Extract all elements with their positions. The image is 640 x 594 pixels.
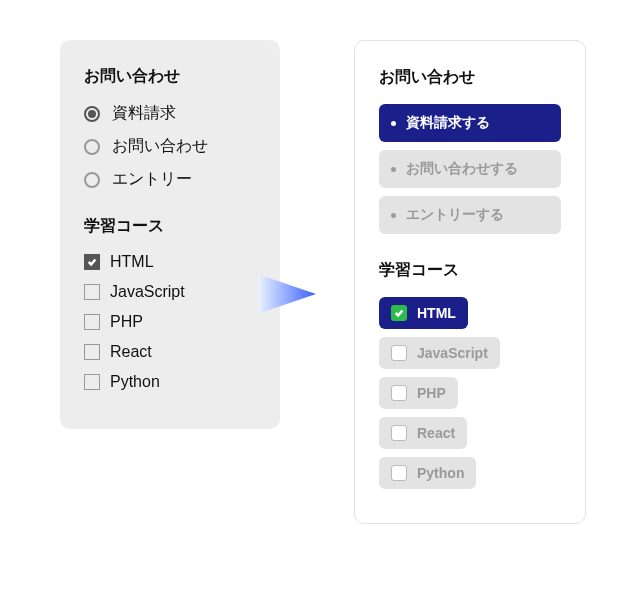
option-entry[interactable]: エントリーする [379,196,561,234]
checkbox-icon [391,425,407,441]
radio-dot-icon [84,172,100,188]
option-label: エントリーする [406,206,504,224]
courses-heading: 学習コース [84,216,256,237]
checkbox-react[interactable]: React [84,343,256,361]
courses-heading: 学習コース [379,260,561,281]
chip-php[interactable]: PHP [379,377,458,409]
chip-html[interactable]: HTML [379,297,468,329]
radio-inquiry[interactable]: お問い合わせ [84,136,256,157]
chip-label: HTML [417,305,456,321]
radio-entry[interactable]: エントリー [84,169,256,190]
checkbox-label: Python [110,373,160,391]
radio-request-docs[interactable]: 資料請求 [84,103,256,124]
option-inquiry[interactable]: お問い合わせする [379,150,561,188]
chip-react[interactable]: React [379,417,467,449]
option-label: 資料請求する [406,114,490,132]
bullet-icon [391,167,396,172]
checkbox-icon [84,314,100,330]
plain-form-panel: お問い合わせ 資料請求 お問い合わせ エントリー 学習コース HTML Java… [60,40,280,429]
checkbox-icon [391,465,407,481]
radio-dot-icon [84,139,100,155]
checkbox-icon [84,254,100,270]
chip-label: JavaScript [417,345,488,361]
checkbox-icon [391,345,407,361]
checkbox-php[interactable]: PHP [84,313,256,331]
inquiry-heading: お問い合わせ [379,67,561,88]
radio-label: 資料請求 [112,103,176,124]
checkbox-icon [84,374,100,390]
chip-javascript[interactable]: JavaScript [379,337,500,369]
chip-label: PHP [417,385,446,401]
radio-label: エントリー [112,169,192,190]
checkbox-label: HTML [110,253,154,271]
bullet-icon [391,213,396,218]
radio-dot-icon [84,106,100,122]
checkbox-icon [84,284,100,300]
checkbox-python[interactable]: Python [84,373,256,391]
radio-label: お問い合わせ [112,136,208,157]
styled-form-panel: お問い合わせ 資料請求する お問い合わせする エントリーする 学習コース HTM… [354,40,586,524]
inquiry-heading: お問い合わせ [84,66,256,87]
checkbox-icon [391,385,407,401]
checkbox-label: React [110,343,152,361]
checkbox-icon [84,344,100,360]
checkbox-icon [391,305,407,321]
option-label: お問い合わせする [406,160,518,178]
chip-label: Python [417,465,464,481]
option-request-docs[interactable]: 資料請求する [379,104,561,142]
checkbox-label: JavaScript [110,283,185,301]
chip-python[interactable]: Python [379,457,476,489]
bullet-icon [391,121,396,126]
checkbox-label: PHP [110,313,143,331]
checkbox-javascript[interactable]: JavaScript [84,283,256,301]
chip-label: React [417,425,455,441]
checkbox-html[interactable]: HTML [84,253,256,271]
